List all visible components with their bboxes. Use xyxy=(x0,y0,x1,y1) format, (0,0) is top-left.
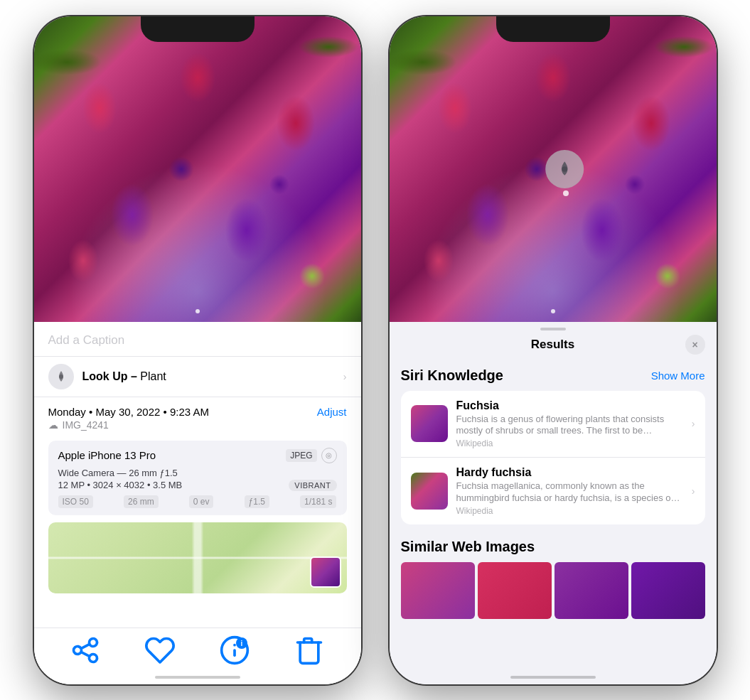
results-title: Results xyxy=(531,338,574,352)
lookup-icon xyxy=(48,364,74,389)
hardy-title: Hardy fuchsia xyxy=(456,466,680,479)
cloud-icon: ☁ xyxy=(48,419,58,431)
info-badge: i xyxy=(236,637,247,649)
hardy-chevron-icon: › xyxy=(692,485,695,497)
hardy-thumb-image xyxy=(411,473,448,510)
similar-image-2[interactable] xyxy=(478,562,552,619)
date-info: Monday • May 30, 2022 • 9:23 AM ☁ IMG_42… xyxy=(48,406,209,431)
map-thumbnail-image xyxy=(311,558,340,586)
similar-web-images-section: Similar Web Images xyxy=(390,530,717,625)
lookup-dot xyxy=(563,190,569,196)
lookup-chevron-icon: › xyxy=(343,371,347,382)
fuchsia-chevron-icon: › xyxy=(692,418,695,429)
siri-knowledge-section: Siri Knowledge Show More Fuchsia Fuchsia… xyxy=(390,359,717,531)
fuchsia-content: Fuchsia Fuchsia is a genus of flowering … xyxy=(456,399,680,449)
fuchsia-desc: Fuchsia is a genus of flowering plants t… xyxy=(456,414,680,438)
visual-lookup-button[interactable] xyxy=(545,150,584,188)
results-panel: Results × Siri Knowledge Show More xyxy=(390,322,717,684)
shutter-value: 1/181 s xyxy=(300,495,336,508)
fuchsia-thumb-image xyxy=(411,405,448,442)
date-text: Monday • May 30, 2022 • 9:23 AM xyxy=(48,406,209,418)
left-phone: Add a Caption Look Up – Plant › Mon xyxy=(34,16,361,684)
similar-image-4[interactable] xyxy=(631,562,705,619)
page-indicator xyxy=(195,309,200,313)
location-icon: ◎ xyxy=(321,448,337,463)
iso-value: ISO 50 xyxy=(58,495,93,508)
home-indicator xyxy=(155,676,240,679)
knowledge-card: Fuchsia Fuchsia is a genus of flowering … xyxy=(401,391,705,525)
device-row: Apple iPhone 13 Pro JPEG ◎ xyxy=(58,448,337,463)
similar-section-title: Similar Web Images xyxy=(401,539,705,555)
home-indicator-right xyxy=(510,676,596,679)
device-badges: JPEG ◎ xyxy=(286,448,336,463)
similar-images-grid xyxy=(401,562,705,619)
hardy-thumbnail xyxy=(411,473,448,510)
right-screen: Results × Siri Knowledge Show More xyxy=(390,16,717,684)
filename: IMG_4241 xyxy=(63,419,109,431)
svg-point-4 xyxy=(562,166,567,172)
page-indicator-right xyxy=(551,309,555,313)
siri-section-title: Siri Knowledge xyxy=(401,367,503,384)
close-button[interactable]: × xyxy=(685,335,705,355)
jpeg-badge: JPEG xyxy=(286,449,316,462)
file-spec-text: 12 MP • 3024 × 4032 • 3.5 MB xyxy=(58,480,183,490)
similar-image-1[interactable] xyxy=(401,562,475,619)
knowledge-item-hardy[interactable]: Hardy fuchsia Fuchsia magellanica, commo… xyxy=(401,457,705,524)
hardy-desc: Fuchsia magellanica, commonly known as t… xyxy=(456,480,680,505)
ev-value: 0 ev xyxy=(189,495,214,508)
vibrant-badge: VIBRANT xyxy=(289,480,336,491)
device-name: Apple iPhone 13 Pro xyxy=(58,449,156,461)
focal-value: 26 mm xyxy=(124,495,159,508)
fuchsia-title: Fuchsia xyxy=(456,399,680,412)
exif-row: ISO 50 26 mm 0 ev ƒ1.5 1/181 s xyxy=(58,495,337,508)
lookup-row[interactable]: Look Up – Plant › xyxy=(34,357,361,397)
adjust-button[interactable]: Adjust xyxy=(317,406,347,418)
share-button[interactable] xyxy=(70,635,101,666)
svg-point-0 xyxy=(59,375,63,379)
fuchsia-source: Wikipedia xyxy=(456,438,680,448)
lookup-label: Look Up – Plant xyxy=(82,370,166,383)
delete-button[interactable] xyxy=(294,635,325,666)
section-header: Siri Knowledge Show More xyxy=(401,367,705,384)
hardy-source: Wikipedia xyxy=(456,506,680,516)
flower-photo-left[interactable] xyxy=(34,16,361,322)
file-spec-row: 12 MP • 3024 × 4032 • 3.5 MB VIBRANT xyxy=(58,480,337,491)
knowledge-item-fuchsia[interactable]: Fuchsia Fuchsia is a genus of flowering … xyxy=(401,391,705,458)
show-more-button[interactable]: Show More xyxy=(651,370,705,382)
camera-spec: Wide Camera — 26 mm ƒ1.5 xyxy=(58,468,337,478)
fuchsia-thumbnail xyxy=(411,405,448,442)
notch-right xyxy=(496,16,610,42)
date-row: Monday • May 30, 2022 • 9:23 AM ☁ IMG_42… xyxy=(34,397,361,434)
right-phone: Results × Siri Knowledge Show More xyxy=(390,16,717,684)
notch xyxy=(141,16,255,42)
map-preview[interactable] xyxy=(48,522,347,593)
similar-image-3[interactable] xyxy=(555,562,628,619)
results-header: Results × xyxy=(390,330,717,359)
left-screen: Add a Caption Look Up – Plant › Mon xyxy=(34,16,361,684)
flower-photo-right[interactable] xyxy=(390,16,717,322)
map-thumbnail xyxy=(310,556,341,588)
caption-area[interactable]: Add a Caption xyxy=(34,322,361,357)
device-card: Apple iPhone 13 Pro JPEG ◎ Wide Camera —… xyxy=(48,441,347,515)
hardy-content: Hardy fuchsia Fuchsia magellanica, commo… xyxy=(456,466,680,516)
aperture-value: ƒ1.5 xyxy=(245,495,269,508)
info-button[interactable]: i xyxy=(219,635,250,666)
filename-row: ☁ IMG_4241 xyxy=(48,419,209,431)
caption-placeholder[interactable]: Add a Caption xyxy=(48,333,125,347)
favorite-button[interactable] xyxy=(144,635,176,666)
